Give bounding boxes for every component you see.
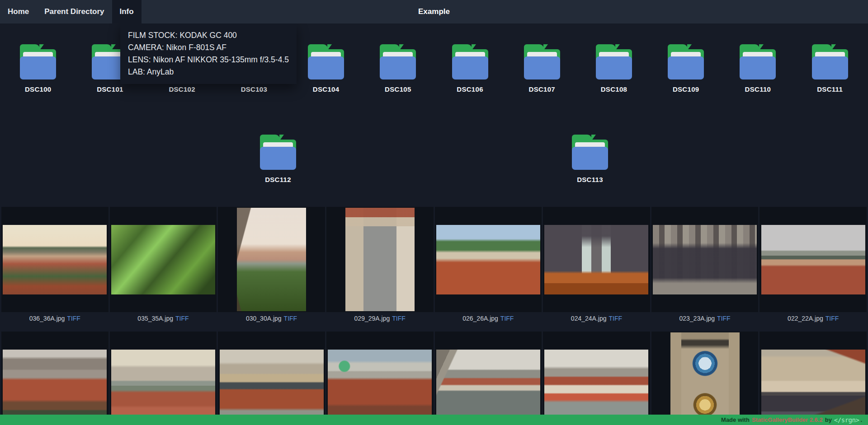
tiff-link[interactable]: TIFF — [500, 315, 514, 322]
folder-dsc112[interactable]: DSC112 — [244, 135, 312, 183]
folder-dsc109[interactable]: DSC109 — [652, 44, 720, 93]
folder-icon-front — [524, 56, 560, 79]
folder-dsc108[interactable]: DSC108 — [580, 44, 648, 93]
photo-cell-024_24A: 024_24A.jpgTIFF — [543, 207, 650, 332]
folder-label: DSC107 — [529, 85, 556, 93]
photo-thumbnail-riverfront-buildings-bridge[interactable] — [220, 350, 324, 419]
photo-caption: 026_26A.jpgTIFF — [435, 312, 542, 332]
photo-thumbnail-crowd-on-bridge[interactable] — [653, 225, 757, 294]
nav-item-parent-directory[interactable]: Parent Directory — [37, 0, 112, 23]
photo-thumbnail-square-from-above[interactable] — [345, 208, 415, 311]
photo-thumbnail-red-rooftops-green-dome[interactable] — [328, 350, 432, 419]
nav-items: HomeParent DirectoryInfo — [0, 0, 142, 23]
photo-thumbnail-green-foliage[interactable] — [111, 225, 215, 294]
folder-dsc104[interactable]: DSC104 — [292, 44, 360, 93]
nav-item-home[interactable]: Home — [0, 0, 37, 23]
folder-icon — [450, 44, 491, 79]
footer-bar: Made with StaticGalleryBuilder 2.6.2 by … — [0, 415, 868, 425]
nav-item-info[interactable]: Info — [112, 0, 142, 23]
folder-dsc100[interactable]: DSC100 — [4, 44, 72, 93]
folder-label: DSC106 — [457, 85, 483, 93]
thumbnail-box — [543, 207, 650, 312]
photo-cell-astronomical-clock-tower — [651, 332, 759, 425]
photo-caption: 022_22A.jpgTIFF — [760, 312, 867, 332]
thumbnail-box — [435, 207, 542, 312]
info-tooltip: FILM STOCK: KODAK GC 400CAMERA: Nikon F-… — [120, 23, 297, 84]
photo-thumbnail-castle-hill-panorama[interactable] — [3, 350, 107, 419]
thumbnail-box — [543, 332, 650, 425]
photo-caption: 023_23A.jpgTIFF — [651, 312, 759, 332]
photo-cell-022_22A: 022_22A.jpgTIFF — [760, 207, 867, 332]
footer-made-with-text: Made with — [721, 416, 750, 423]
folder-dsc105[interactable]: DSC105 — [364, 44, 432, 93]
folder-icon-front — [380, 56, 416, 79]
thumbnail-box — [110, 332, 217, 425]
folder-label: DSC110 — [745, 85, 771, 93]
photo-thumbnail-misty-city-river-bridge[interactable] — [111, 350, 215, 419]
photo-cell-old-town-square-crowd — [760, 332, 867, 425]
folder-dsc111[interactable]: DSC111 — [796, 44, 864, 93]
photo-caption: 029_29A.jpgTIFF — [326, 312, 434, 332]
tiff-link[interactable]: TIFF — [67, 315, 80, 322]
photo-thumbnail-hillside-view-bare-trees[interactable] — [237, 208, 306, 311]
folder-icon — [306, 44, 346, 79]
photo-thumbnail-old-town-square-crowd[interactable] — [761, 350, 865, 419]
folder-dsc107[interactable]: DSC107 — [508, 44, 576, 93]
footer-by-text: by — [825, 416, 832, 423]
thumbnail-box — [218, 332, 325, 425]
photo-caption: 024_24A.jpgTIFF — [543, 312, 650, 332]
photo-cell-charles-bridge-statue-river — [435, 332, 542, 425]
photo-cell-029_29A: 029_29A.jpgTIFF — [326, 207, 434, 332]
folder-icon — [665, 44, 706, 79]
folder-icon — [258, 135, 298, 170]
photo-caption: 036_36A.jpgTIFF — [1, 312, 108, 332]
folder-dsc113[interactable]: DSC113 — [556, 135, 624, 183]
tiff-link[interactable]: TIFF — [717, 315, 731, 322]
photo-cell-036_36A: 036_36A.jpgTIFF — [1, 207, 108, 332]
tooltip-line: LENS: Nikon AF NIKKOR 35-135mm f/3.5-4.5 — [128, 54, 289, 66]
photo-cell-misty-city-river-bridge — [110, 332, 217, 425]
folder-icon-front — [668, 56, 704, 79]
folder-label: DSC109 — [673, 85, 699, 93]
tiff-link[interactable]: TIFF — [284, 315, 297, 322]
photo-thumbnail-astronomical-clock-tower[interactable] — [670, 332, 740, 425]
folder-icon-front — [308, 56, 344, 79]
tiff-link[interactable]: TIFF — [175, 315, 189, 322]
tiff-link[interactable]: TIFF — [609, 315, 622, 322]
folder-label: DSC101 — [97, 85, 123, 93]
folder-icon-front — [260, 147, 296, 170]
footer-builder-link[interactable]: StaticGalleryBuilder 2.6.2 — [752, 416, 823, 423]
photo-filename: 035_35A.jpg — [137, 315, 173, 322]
tiff-link[interactable]: TIFF — [826, 315, 839, 322]
thumbnail-box — [1, 207, 108, 312]
photo-thumbnail-castle-across-river-boat[interactable] — [544, 350, 648, 419]
photo-cell-035_35A: 035_35A.jpgTIFF — [110, 207, 217, 332]
thumbnail-box — [651, 207, 759, 312]
photo-thumbnail-red-roofs-green-hill[interactable] — [436, 225, 540, 294]
folder-label: DSC102 — [169, 85, 195, 93]
footer-srgn-logo[interactable]: </srgn> — [834, 416, 859, 424]
folder-dsc110[interactable]: DSC110 — [724, 44, 792, 93]
folder-label: DSC113 — [577, 176, 603, 183]
thumbnail-box — [1, 332, 108, 425]
folder-icon — [810, 44, 850, 79]
photo-cell-030_30A: 030_30A.jpgTIFF — [218, 207, 325, 332]
photo-caption: 035_35A.jpgTIFF — [110, 312, 217, 332]
photo-cell-castle-across-river-boat — [543, 332, 650, 425]
folder-label: DSC112 — [265, 176, 291, 183]
photo-thumbnail-city-panorama-church-spire[interactable] — [3, 225, 107, 294]
folder-dsc106[interactable]: DSC106 — [436, 44, 504, 93]
folder-icon — [522, 44, 562, 79]
photo-thumbnail-charles-bridge-statue-river[interactable] — [436, 350, 540, 419]
photo-cell-red-rooftops-green-dome — [326, 332, 434, 425]
folder-icon-front — [740, 56, 776, 79]
thumbnail-box — [218, 207, 325, 312]
folder-icon — [18, 44, 58, 79]
page-title: Example — [418, 0, 450, 23]
photo-thumbnail-tyn-church-night[interactable] — [544, 225, 648, 294]
tiff-link[interactable]: TIFF — [392, 315, 406, 322]
photo-cell-castle-hill-panorama — [1, 332, 108, 425]
photo-cell-023_23A: 023_23A.jpgTIFF — [651, 207, 759, 332]
photo-thumbnail-castle-skyline-red-roofs[interactable] — [761, 225, 865, 294]
photo-cell-026_26A: 026_26A.jpgTIFF — [435, 207, 542, 332]
